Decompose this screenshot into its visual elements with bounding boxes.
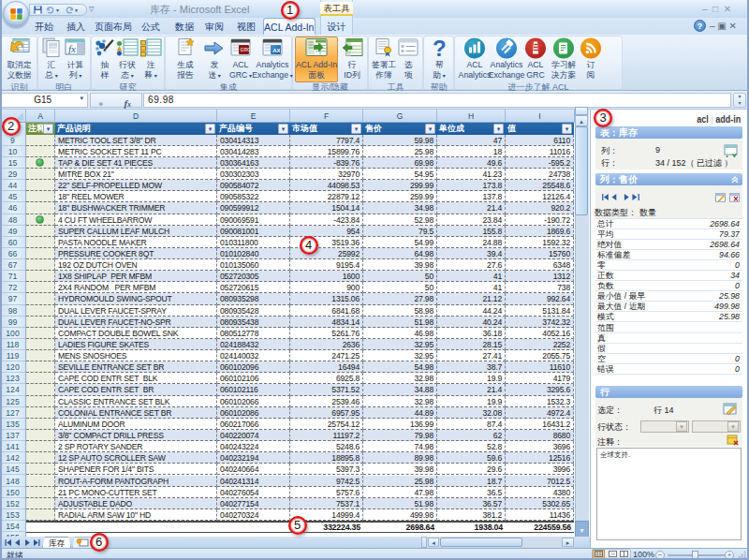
svg-text:GRC: GRC (241, 47, 252, 52)
svg-text:?: ? (433, 37, 447, 59)
svg-text:AX: AX (272, 48, 280, 53)
svg-text:fx: fx (68, 43, 76, 54)
